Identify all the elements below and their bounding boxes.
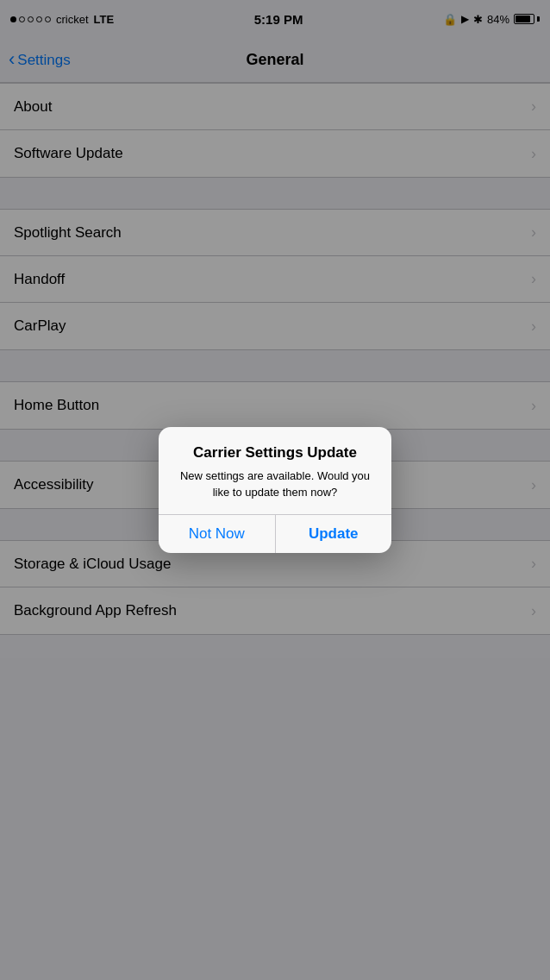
alert-dialog: Carrier Settings Update New settings are…	[159, 427, 391, 552]
alert-title: Carrier Settings Update	[172, 444, 378, 462]
not-now-button[interactable]: Not Now	[159, 515, 276, 553]
modal-overlay: Carrier Settings Update New settings are…	[0, 0, 550, 980]
alert-buttons: Not Now Update	[159, 514, 391, 553]
update-button[interactable]: Update	[276, 515, 392, 553]
alert-message: New settings are available. Would you li…	[172, 468, 378, 499]
alert-content: Carrier Settings Update New settings are…	[159, 427, 391, 513]
